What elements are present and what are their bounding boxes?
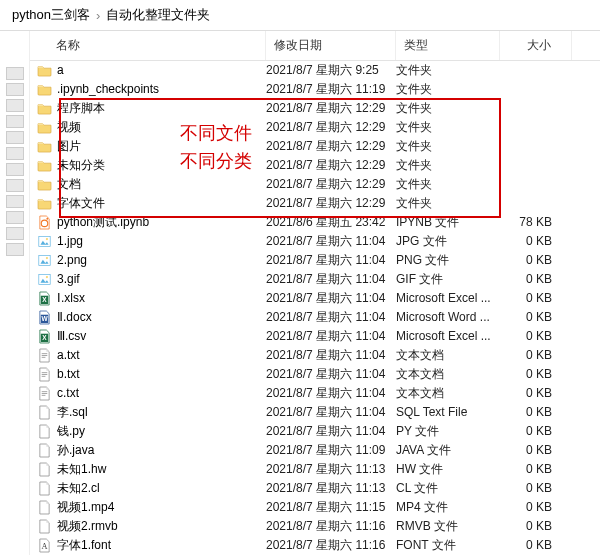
sidebar-thumbnail[interactable] bbox=[6, 115, 24, 128]
image-icon bbox=[36, 253, 52, 269]
file-row[interactable]: X Ⅰ.xlsx2021/8/7 星期六 11:04Microsoft Exce… bbox=[30, 289, 600, 308]
column-header-date[interactable]: 修改日期 bbox=[266, 31, 396, 60]
file-icon bbox=[36, 405, 52, 421]
sidebar-thumbnail[interactable] bbox=[6, 83, 24, 96]
file-type: 文件夹 bbox=[396, 118, 500, 137]
file-size: 0 KB bbox=[500, 403, 572, 422]
word-icon: W bbox=[36, 310, 52, 326]
file-row[interactable]: 2.png2021/8/7 星期六 11:04PNG 文件0 KB bbox=[30, 251, 600, 270]
file-row[interactable]: 1.jpg2021/8/7 星期六 11:04JPG 文件0 KB bbox=[30, 232, 600, 251]
folder-icon bbox=[36, 101, 52, 117]
sidebar-thumbnail[interactable] bbox=[6, 67, 24, 80]
file-row[interactable]: 未知1.hw2021/8/7 星期六 11:13HW 文件0 KB bbox=[30, 460, 600, 479]
sidebar-thumbnail[interactable] bbox=[6, 147, 24, 160]
file-name: 孙.java bbox=[57, 441, 94, 460]
image-icon bbox=[36, 234, 52, 250]
file-row[interactable]: 文档2021/8/7 星期六 12:29文件夹 bbox=[30, 175, 600, 194]
file-name: 未知1.hw bbox=[57, 460, 106, 479]
file-name: 未知2.cl bbox=[57, 479, 100, 498]
file-type: IPYNB 文件 bbox=[396, 213, 500, 232]
file-row[interactable]: 字体文件2021/8/7 星期六 12:29文件夹 bbox=[30, 194, 600, 213]
file-row[interactable]: 视频2021/8/7 星期六 12:29文件夹 bbox=[30, 118, 600, 137]
file-row[interactable]: X Ⅲ.csv2021/8/7 星期六 11:04Microsoft Excel… bbox=[30, 327, 600, 346]
file-date: 2021/8/7 星期六 11:04 bbox=[266, 346, 396, 365]
sidebar-thumbnail[interactable] bbox=[6, 211, 24, 224]
file-date: 2021/8/7 星期六 11:15 bbox=[266, 498, 396, 517]
svg-rect-2 bbox=[38, 237, 49, 247]
file-type: 文件夹 bbox=[396, 156, 500, 175]
file-row[interactable]: 程序脚本2021/8/7 星期六 12:29文件夹 bbox=[30, 99, 600, 118]
file-name: 1.jpg bbox=[57, 232, 83, 251]
file-row[interactable]: a2021/8/7 星期六 9:25文件夹 bbox=[30, 61, 600, 80]
file-row[interactable]: 未知2.cl2021/8/7 星期六 11:13CL 文件0 KB bbox=[30, 479, 600, 498]
file-row[interactable]: 视频1.mp42021/8/7 星期六 11:15MP4 文件0 KB bbox=[30, 498, 600, 517]
svg-point-4 bbox=[45, 238, 47, 240]
file-name: 2.png bbox=[57, 251, 87, 270]
file-row[interactable]: 钱.py2021/8/7 星期六 11:04PY 文件0 KB bbox=[30, 422, 600, 441]
column-header-type[interactable]: 类型 bbox=[396, 31, 500, 60]
file-type: MP4 文件 bbox=[396, 498, 500, 517]
file-date: 2021/8/7 星期六 11:16 bbox=[266, 517, 396, 536]
sidebar-thumbnail[interactable] bbox=[6, 243, 24, 256]
column-headers: 名称 修改日期 类型 大小 bbox=[30, 31, 600, 61]
breadcrumb-segment[interactable]: 自动化整理文件夹 bbox=[106, 6, 210, 24]
file-icon bbox=[36, 443, 52, 459]
file-date: 2021/8/7 星期六 11:09 bbox=[266, 441, 396, 460]
file-row[interactable]: 未知分类2021/8/7 星期六 12:29文件夹 bbox=[30, 156, 600, 175]
file-size: 0 KB bbox=[500, 536, 572, 555]
folder-icon bbox=[36, 120, 52, 136]
file-date: 2021/8/7 星期六 12:29 bbox=[266, 99, 396, 118]
file-row[interactable]: a.txt2021/8/7 星期六 11:04文本文档0 KB bbox=[30, 346, 600, 365]
column-header-size[interactable]: 大小 bbox=[500, 31, 572, 60]
file-type: PNG 文件 bbox=[396, 251, 500, 270]
file-name: .ipynb_checkpoints bbox=[57, 80, 159, 99]
sidebar-thumbnail[interactable] bbox=[6, 227, 24, 240]
file-type: CL 文件 bbox=[396, 479, 500, 498]
file-row[interactable]: W Ⅱ.docx2021/8/7 星期六 11:04Microsoft Word… bbox=[30, 308, 600, 327]
file-row[interactable]: 图片2021/8/7 星期六 12:29文件夹 bbox=[30, 137, 600, 156]
file-name: 字体文件 bbox=[57, 194, 105, 213]
file-row[interactable]: 孙.java2021/8/7 星期六 11:09JAVA 文件0 KB bbox=[30, 441, 600, 460]
file-size: 0 KB bbox=[500, 460, 572, 479]
svg-point-7 bbox=[45, 257, 47, 259]
file-date: 2021/8/7 星期六 12:29 bbox=[266, 194, 396, 213]
folder-icon bbox=[36, 158, 52, 174]
breadcrumb-segment[interactable]: python三剑客 bbox=[12, 6, 90, 24]
file-size: 0 KB bbox=[500, 270, 572, 289]
file-row[interactable]: b.txt2021/8/7 星期六 11:04文本文档0 KB bbox=[30, 365, 600, 384]
file-date: 2021/8/7 星期六 9:25 bbox=[266, 61, 396, 80]
svg-rect-8 bbox=[38, 275, 49, 285]
file-date: 2021/8/7 星期六 11:04 bbox=[266, 384, 396, 403]
text-icon bbox=[36, 386, 52, 402]
file-row[interactable]: A 字体1.font2021/8/7 星期六 11:16FONT 文件0 KB bbox=[30, 536, 600, 555]
file-name: Ⅱ.docx bbox=[57, 308, 92, 327]
svg-text:X: X bbox=[42, 296, 47, 303]
column-header-name[interactable]: 名称 bbox=[30, 31, 266, 60]
file-date: 2021/8/7 星期六 11:04 bbox=[266, 327, 396, 346]
sidebar-thumbnail[interactable] bbox=[6, 179, 24, 192]
file-row[interactable]: 视频2.rmvb2021/8/7 星期六 11:16RMVB 文件0 KB bbox=[30, 517, 600, 536]
file-size: 0 KB bbox=[500, 479, 572, 498]
file-name: c.txt bbox=[57, 384, 79, 403]
file-type: 文本文档 bbox=[396, 346, 500, 365]
breadcrumb[interactable]: python三剑客 › 自动化整理文件夹 bbox=[0, 0, 600, 31]
file-row[interactable]: 李.sql2021/8/7 星期六 11:04SQL Text File0 KB bbox=[30, 403, 600, 422]
file-row[interactable]: c.txt2021/8/7 星期六 11:04文本文档0 KB bbox=[30, 384, 600, 403]
sidebar-thumbnail[interactable] bbox=[6, 163, 24, 176]
file-name: Ⅲ.csv bbox=[57, 327, 86, 346]
file-row[interactable]: 3.gif2021/8/7 星期六 11:04GIF 文件0 KB bbox=[30, 270, 600, 289]
folder-icon bbox=[36, 196, 52, 212]
sidebar-thumbnail[interactable] bbox=[6, 131, 24, 144]
file-date: 2021/8/7 星期六 11:13 bbox=[266, 460, 396, 479]
file-type: 文件夹 bbox=[396, 175, 500, 194]
folder-icon bbox=[36, 63, 52, 79]
sidebar-thumbnail[interactable] bbox=[6, 195, 24, 208]
file-name: 视频 bbox=[57, 118, 81, 137]
file-row[interactable]: python测试.ipynb2021/8/6 星期五 23:42IPYNB 文件… bbox=[30, 213, 600, 232]
file-date: 2021/8/7 星期六 11:04 bbox=[266, 365, 396, 384]
file-date: 2021/8/7 星期六 11:16 bbox=[266, 536, 396, 555]
file-name: 图片 bbox=[57, 137, 81, 156]
file-row[interactable]: .ipynb_checkpoints2021/8/7 星期六 11:19文件夹 bbox=[30, 80, 600, 99]
sidebar-thumbnail[interactable] bbox=[6, 99, 24, 112]
file-size: 0 KB bbox=[500, 517, 572, 536]
